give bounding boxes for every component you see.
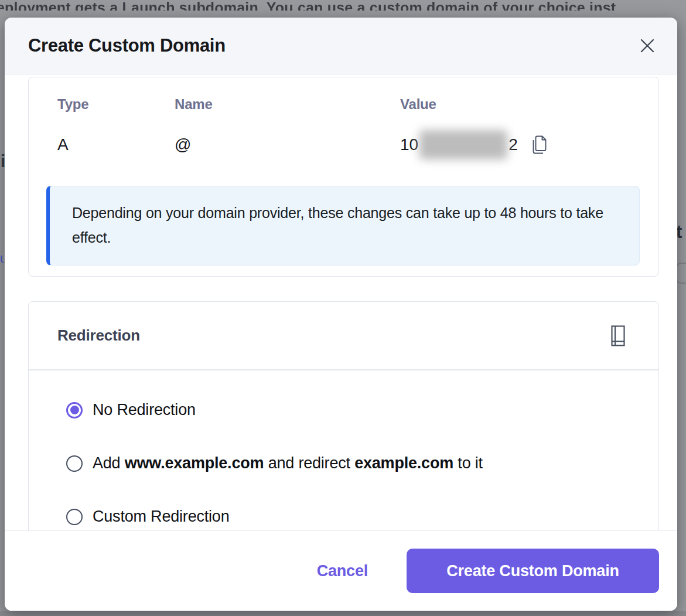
dialog-title: Create Custom Domain bbox=[28, 35, 226, 56]
redirection-card: Redirection No Redirection bbox=[28, 301, 659, 530]
book-icon bbox=[610, 324, 626, 348]
dns-value-prefix: 10 bbox=[400, 135, 418, 154]
background-bottom-strip bbox=[0, 611, 686, 616]
close-icon bbox=[637, 36, 657, 56]
dns-column-name: Name bbox=[175, 96, 400, 113]
dialog-header: Create Custom Domain bbox=[5, 18, 677, 74]
radio-option-label: Add www.example.com and redirect example… bbox=[93, 454, 483, 472]
dns-record-name: @ bbox=[175, 135, 400, 154]
modal-scroll-area[interactable]: Type Name Value A @ 102 bbox=[5, 74, 677, 530]
create-custom-domain-button[interactable]: Create Custom Domain bbox=[407, 549, 659, 593]
radio-option-custom-redirection[interactable]: Custom Redirection bbox=[66, 508, 658, 526]
dns-record-row: A @ 102 bbox=[29, 130, 658, 159]
close-button[interactable] bbox=[636, 34, 659, 57]
redacted-ip-blur bbox=[419, 130, 507, 159]
dns-column-value: Value bbox=[400, 96, 641, 113]
radio-option-label: Custom Redirection bbox=[93, 508, 230, 526]
dns-record-card: Type Name Value A @ 102 bbox=[28, 77, 659, 277]
radio-option-label: No Redirection bbox=[93, 401, 196, 419]
dns-record-value: 102 bbox=[400, 130, 641, 159]
background-link-fragment-left: u bbox=[0, 251, 4, 263]
radio-option-no-redirection[interactable]: No Redirection bbox=[66, 401, 658, 419]
redirection-options: No Redirection Add www.example.com and r… bbox=[29, 370, 658, 526]
dns-value-suffix: 2 bbox=[508, 135, 518, 154]
background-text-fragment-right: t bbox=[676, 222, 686, 243]
redirection-header: Redirection bbox=[29, 302, 658, 370]
dns-column-type: Type bbox=[57, 96, 175, 113]
radio-unselected-icon bbox=[66, 509, 83, 525]
redirection-title: Redirection bbox=[57, 326, 140, 345]
copy-icon bbox=[530, 134, 547, 155]
radio-option-www-redirect[interactable]: Add www.example.com and redirect example… bbox=[66, 454, 658, 472]
redirection-docs-button[interactable] bbox=[610, 324, 626, 348]
background-page-text: eployment gets a Launch subdomain. You c… bbox=[0, 0, 686, 11]
dns-record-type: A bbox=[57, 135, 175, 154]
copy-value-button[interactable] bbox=[530, 134, 547, 155]
radio-selected-icon bbox=[66, 402, 83, 418]
dns-table-header-row: Type Name Value bbox=[29, 96, 658, 113]
create-custom-domain-dialog: Create Custom Domain Type Name Value A @… bbox=[5, 18, 677, 611]
dns-propagation-notice: Depending on your domain provider, these… bbox=[46, 186, 640, 266]
dialog-footer: Cancel Create Custom Domain bbox=[5, 530, 677, 611]
radio-unselected-icon bbox=[66, 455, 83, 472]
cancel-button[interactable]: Cancel bbox=[317, 562, 368, 580]
